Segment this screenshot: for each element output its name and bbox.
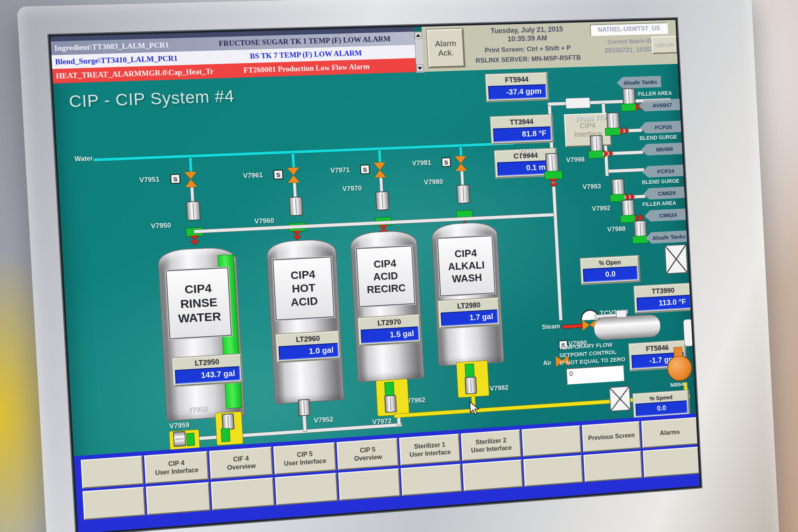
destination-tag-text: CM629 <box>658 189 676 197</box>
water-drop-1 <box>189 157 193 174</box>
valve-v7991[interactable] <box>545 153 559 173</box>
valve-label: V7971 <box>330 166 350 175</box>
pipe <box>460 171 464 186</box>
right-riser-pipe <box>552 186 563 321</box>
supply-mode-badge: S <box>441 157 451 167</box>
tank-name-line: RECIRC <box>367 281 406 296</box>
valve-v7992[interactable] <box>621 200 635 217</box>
tank-name-plate: CIP4 HOT ACID <box>273 256 335 320</box>
valve-label: V7982 <box>489 384 508 393</box>
tank-name-plate: CIP4 RINSE WATER <box>166 267 231 339</box>
valve-v7989[interactable] <box>606 112 620 129</box>
steam-pipe <box>562 324 583 329</box>
nav-button-blank[interactable] <box>146 482 211 516</box>
destination-tag-text: M6498 <box>656 145 673 152</box>
scroll-down-button[interactable] <box>416 64 424 72</box>
valve-v7970[interactable] <box>375 191 390 210</box>
alarm-source: Blend_Surge\TT3410_LALM_PCR1 <box>51 53 195 66</box>
nav-button-cip5-overview[interactable]: CIP 5 Overview <box>337 438 399 470</box>
nav-button-blank[interactable] <box>463 460 523 491</box>
inline-component <box>565 97 591 109</box>
flow-arrow-right-icon <box>620 126 630 135</box>
valve-v7988[interactable] <box>634 220 647 237</box>
destination-tag: FCP26 <box>639 120 684 134</box>
valve-v7981[interactable] <box>455 156 467 171</box>
tank-name-line: CIP4 <box>290 268 316 283</box>
steam-label: Steam <box>542 323 560 331</box>
log-on-button[interactable]: LOG ON <box>651 36 678 54</box>
destination-area-label: BLEND SURGE <box>642 178 680 186</box>
air-label: Air <box>543 359 551 367</box>
alarm-ack-label-2: Ack. <box>438 48 454 58</box>
valve-label: V7958 <box>187 405 207 414</box>
valve-v7998[interactable] <box>590 135 603 152</box>
hmi-screen: Ingredient\TT3083_LALM_PCR1 FRUCTOSE SUG… <box>49 18 701 532</box>
tank-name-line: ACID <box>373 269 398 283</box>
lt-value: 1.0 gal <box>279 343 339 360</box>
valve-v7952[interactable] <box>298 399 311 416</box>
destination-tag: Alsafe Tanks <box>616 76 661 89</box>
flow-arrow-right-icon <box>604 149 614 158</box>
heat-exchanger-icon <box>664 244 688 274</box>
tank-name-line: CIP4 <box>454 247 477 260</box>
setpoint-input[interactable]: 0 <box>566 365 624 385</box>
scroll-up-button[interactable] <box>415 32 422 39</box>
nav-button-blank[interactable] <box>522 425 582 457</box>
valve-tee <box>588 150 604 159</box>
pipe <box>608 168 644 173</box>
nav-button-cip4-overview[interactable]: CIF 4 Overview <box>209 447 273 479</box>
lt2980-display: LT2980 1.7 gal <box>438 298 500 328</box>
nav-button-sterilizer1-ui[interactable]: Sterilizer 1 User Interface <box>399 433 461 466</box>
valve-v7999[interactable] <box>622 88 636 105</box>
valve-v7950[interactable] <box>186 201 201 221</box>
nav-button-blank[interactable] <box>275 473 338 505</box>
page-title: CIP - CIP System #4 <box>69 87 235 111</box>
nav-button-previous-screen[interactable]: Previous Screen <box>582 421 641 452</box>
pump-outlet <box>673 347 683 357</box>
tank-name-line: CIP4 <box>184 281 212 297</box>
valve-v7971[interactable] <box>374 162 386 177</box>
destination-tag: AV6947 <box>638 99 683 111</box>
nav-button-label: User Interface <box>284 457 326 468</box>
valve-v7961[interactable] <box>287 168 300 183</box>
destination-tag-text: Alsafe Tanks <box>623 78 657 86</box>
valve-label: V7951 <box>139 175 160 184</box>
tt3990-display: TT3990 113.0 °F <box>634 283 693 313</box>
nav-button-blank[interactable] <box>583 451 643 482</box>
nav-button-blank[interactable] <box>211 477 275 511</box>
destination-tag: Alsafe Tanks <box>645 230 690 244</box>
valve-v7993[interactable] <box>611 179 625 196</box>
valve-v7951[interactable] <box>184 171 197 187</box>
nav-button-blank[interactable] <box>401 464 462 496</box>
pipe <box>190 187 194 202</box>
nav-button-alarms[interactable]: Alarms <box>641 417 699 448</box>
valve-label: V7998 <box>566 156 585 164</box>
percent-open-value: 0.0 <box>583 266 638 283</box>
tank-name-line: ALKALI <box>448 259 485 273</box>
supply-mode-badge: S <box>273 170 283 179</box>
alarm-source: Ingredient\TT3083_LALM_PCR1 <box>51 40 194 53</box>
tank-name-plate: CIP4 ALKALI WASH <box>437 235 495 296</box>
alarm-source: HEAT_TREAT_ALARMMGR.0\Cap_Heat_Tr <box>52 67 196 81</box>
nav-button-label: Alarms <box>660 428 680 437</box>
valve-label: V7960 <box>254 217 274 226</box>
valve-tee <box>186 433 195 446</box>
nav-button-blank[interactable] <box>523 455 583 487</box>
nav-button-blank[interactable] <box>83 487 146 520</box>
lt-value: 1.5 gal <box>361 326 419 343</box>
nav-button-blank[interactable] <box>643 447 700 478</box>
nav-button-cip5-ui[interactable]: CIP 5 User Interface <box>273 442 336 475</box>
nav-button-blank[interactable] <box>338 468 401 501</box>
alarm-ack-button[interactable]: Alarm Ack. <box>427 29 465 68</box>
valve-label: V7988 <box>607 225 626 234</box>
valve-v7980[interactable] <box>456 184 470 203</box>
valve-label: V7980 <box>424 178 443 186</box>
nav-button-cip4-ui[interactable]: CIP 4 User Interface <box>144 451 209 484</box>
valve-label: V7952 <box>314 415 334 424</box>
nav-button-sterilizer2-ui[interactable]: Sterilizer 2 User Interface <box>461 429 521 461</box>
valve-v7960[interactable] <box>289 196 303 216</box>
nav-button-blank[interactable] <box>81 456 144 489</box>
valve-label: V7991 <box>517 148 537 156</box>
lt2960-display: LT2960 1.0 gal <box>276 331 341 362</box>
destination-tag: CM624 <box>644 209 689 222</box>
